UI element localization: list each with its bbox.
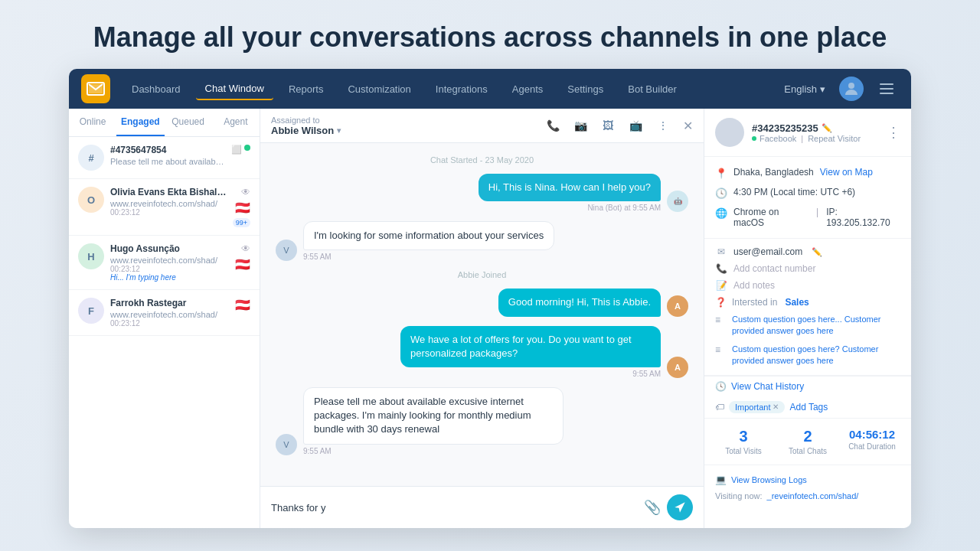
chat-item-info: Hugo Assunção www.reveinfotech.com/shad/… — [110, 243, 229, 282]
location-icon: 📍 — [715, 168, 727, 179]
screen-button[interactable]: 📺 — [625, 115, 646, 136]
history-icon: 🕓 — [715, 381, 727, 392]
nav-integrations[interactable]: Integrations — [426, 79, 497, 99]
more-options-button[interactable]: ⋮ — [652, 115, 674, 136]
chat-meta: ⬜ — [231, 145, 250, 155]
video-button[interactable]: 📷 — [570, 115, 591, 136]
list-item[interactable]: H Hugo Assunção www.reveinfotech.com/sha… — [69, 236, 260, 290]
nav-agents[interactable]: Agents — [503, 79, 552, 99]
nav-settings[interactable]: Settings — [558, 79, 612, 99]
ip-text: IP: 193.205.132.70 — [826, 207, 900, 228]
view-chat-history-button[interactable]: 🕓 View Chat History — [704, 376, 911, 396]
list-item[interactable]: O Olivia Evans Ekta Bishal N... www.reve… — [69, 179, 260, 236]
list-icon: ≡ — [715, 315, 727, 325]
list-item[interactable]: # #4735647854 Please tell me about avail… — [69, 137, 260, 179]
assigned-agent[interactable]: Abbie Wilson ▾ — [271, 125, 341, 136]
tags-row: 🏷 Important ✕ Add Tags — [704, 396, 911, 419]
view-browsing-logs-button[interactable]: View Browsing Logs — [731, 475, 807, 484]
notes-icon: 📝 — [715, 280, 727, 291]
phone-icon: 📞 — [715, 263, 727, 274]
image-button[interactable]: 🖼 — [597, 115, 619, 136]
nav-bot-builder[interactable]: Bot Builder — [619, 79, 686, 99]
message-row: V Please tell me about available excusiv… — [276, 387, 688, 455]
language-chevron: ▾ — [820, 83, 825, 95]
location-text: Dhaka, Bangladesh — [733, 167, 814, 178]
browser-row: 🌐 Chrome on macOS | IP: 193.205.132.70 — [715, 203, 900, 232]
view-history-label[interactable]: View Chat History — [731, 381, 804, 392]
avatar: A — [667, 357, 688, 378]
chat-preview: www.reveinfotech.com/shad/ — [110, 310, 229, 319]
avatar: # — [78, 145, 104, 171]
remove-tag-button[interactable]: ✕ — [773, 403, 779, 411]
phone-row: 📞 Add contact number — [715, 260, 900, 277]
list-item[interactable]: F Farrokh Rastegar www.reveinfotech.com/… — [69, 290, 260, 336]
chat-time: 00:23:12 — [110, 319, 229, 328]
chat-window: Assaigned to Abbie Wilson ▾ 📞 📷 🖼 📺 ⋮ — [260, 109, 704, 528]
email-value: user@email.com — [733, 246, 802, 257]
add-notes-label[interactable]: Add notes — [733, 280, 775, 291]
total-chats-stat: 2 Total Chats — [779, 428, 836, 455]
contact-section: ✉ user@email.com ✏️ 📞 Add contact number… — [704, 239, 911, 376]
notes-row: 📝 Add notes — [715, 277, 900, 294]
tab-engaged[interactable]: Engaged — [116, 109, 164, 136]
avatar: O — [78, 187, 104, 213]
avatar: F — [78, 298, 104, 324]
edit-icon[interactable]: ✏️ — [822, 123, 832, 133]
visitor-id: #34235235235 ✏️ — [752, 122, 887, 134]
add-contact-label[interactable]: Add contact number — [733, 263, 815, 274]
visiting-url[interactable]: _reveinfotech.com/shad/ — [767, 491, 859, 500]
message-time: 9:55 AM — [303, 253, 554, 261]
monitor-icon: ⬜ — [231, 145, 242, 155]
tag-important: Important ✕ — [729, 401, 785, 413]
browser-icon: 🌐 — [715, 207, 727, 219]
add-tags-button[interactable]: Add Tags — [789, 402, 828, 412]
chat-item-info: #4735647854 Please tell me about availab… — [110, 145, 225, 166]
navbar-logo — [81, 74, 110, 103]
nav-dashboard[interactable]: Dashboard — [122, 79, 190, 99]
sidebar: Online Engaged Queued Agent # #473564785… — [69, 109, 260, 528]
assigned-to-label: Assaigned to — [271, 116, 341, 125]
tab-agent[interactable]: Agent — [212, 109, 260, 136]
user-avatar[interactable] — [839, 77, 864, 101]
more-options-button[interactable]: ⋮ — [887, 124, 900, 141]
edit-email-icon[interactable]: ✏️ — [812, 247, 822, 257]
menu-button[interactable] — [874, 77, 899, 101]
chat-preview: Please tell me about available... — [110, 157, 225, 166]
chat-input[interactable] — [271, 502, 638, 514]
tab-queued[interactable]: Queued — [165, 109, 212, 136]
chat-name: Hugo Assunção — [110, 243, 229, 254]
message-bubble: Please tell me about available excusive … — [303, 387, 564, 445]
view-map-link[interactable]: View on Map — [820, 167, 873, 178]
language-selector[interactable]: English ▾ — [784, 83, 825, 95]
nav-reports[interactable]: Reports — [279, 79, 333, 99]
phone-button[interactable]: 📞 — [542, 115, 564, 136]
tab-online[interactable]: Online — [69, 109, 116, 136]
eye-icon: 👁 — [241, 187, 250, 197]
custom-question-2: ≡ Custom question goes here? Customer pr… — [715, 341, 900, 370]
nav-chat-window[interactable]: Chat Window — [196, 78, 273, 100]
chat-name: Farrokh Rastegar — [110, 298, 229, 308]
send-button[interactable] — [667, 494, 693, 520]
clock-icon: 🕓 — [715, 187, 727, 199]
system-message: Chat Started - 23 May 2020 — [276, 155, 688, 165]
browsing-icon: 💻 — [715, 474, 727, 485]
badge: 99+ — [233, 218, 250, 227]
interest-row: ❓ Intersted in Sales — [715, 294, 900, 311]
info-section: 📍 Dhaka, Bangladesh View on Map 🕓 4:30 P… — [704, 157, 911, 239]
nav-customization[interactable]: Customization — [338, 79, 420, 99]
chat-duration-stat: 04:56:12 Chat Duration — [844, 428, 900, 455]
page-hero-title: Manage all your conversations across cha… — [93, 0, 887, 69]
email-icon: ✉ — [715, 246, 727, 257]
avatar: V — [276, 434, 297, 455]
attach-button[interactable]: 📎 — [644, 499, 661, 516]
chat-list: # #4735647854 Please tell me about avail… — [69, 137, 260, 528]
flag-icon: 🇦🇹 — [235, 257, 250, 272]
close-button[interactable]: ✕ — [683, 119, 693, 133]
custom-question-1: ≡ Custom question goes here... Customer … — [715, 311, 900, 341]
interest-icon: ❓ — [715, 297, 727, 308]
chat-actions: 📞 📷 🖼 📺 ⋮ ✕ — [542, 115, 693, 136]
message-bubble: Hi, This is Nina. How can I help you? — [479, 174, 661, 201]
total-visits-label: Total Visits — [715, 447, 772, 455]
visitor-source: Facebook | Repeat Visitor — [752, 134, 887, 143]
system-message: Abbie Joined — [276, 270, 688, 279]
